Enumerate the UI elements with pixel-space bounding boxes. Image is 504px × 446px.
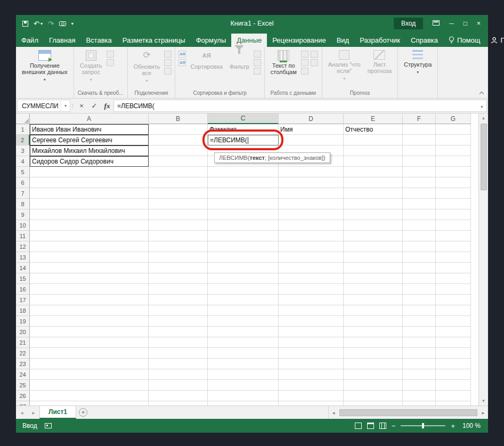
cell-C8[interactable]	[208, 199, 279, 209]
column-header-A[interactable]: A	[30, 113, 149, 124]
cell-F7[interactable]	[403, 188, 436, 199]
cell-G2[interactable]	[436, 135, 471, 145]
cell-F4[interactable]	[403, 156, 436, 167]
cell-A18[interactable]	[30, 305, 149, 316]
cell-A19[interactable]	[30, 316, 149, 327]
sheet-nav-right-icon[interactable]: ▸	[28, 406, 39, 419]
cell-G8[interactable]	[436, 199, 471, 209]
cell-B17[interactable]	[149, 295, 208, 305]
row-header-23[interactable]: 23	[16, 359, 30, 369]
cell-C13[interactable]	[208, 252, 279, 263]
sort-button[interactable]: АЯ Сортировка	[188, 49, 225, 71]
cell-E2[interactable]	[344, 135, 403, 145]
zoom-slider-thumb[interactable]	[422, 423, 424, 428]
cell-D14[interactable]	[279, 263, 344, 273]
row-header-22[interactable]: 22	[16, 348, 30, 359]
cell-C12[interactable]	[208, 241, 279, 252]
cell-G4[interactable]	[436, 156, 471, 167]
cell-E7[interactable]	[344, 188, 403, 199]
close-button[interactable]: ×	[477, 20, 481, 27]
vertical-scroll-thumb[interactable]	[481, 124, 487, 190]
cell-A26[interactable]	[30, 391, 149, 401]
cell-G1[interactable]	[436, 124, 471, 135]
row-header-25[interactable]: 25	[16, 380, 30, 391]
cell-G9[interactable]	[436, 209, 471, 220]
sheet-nav-left-icon[interactable]: ◂	[16, 406, 28, 419]
enter-button[interactable]: ✓	[88, 99, 101, 113]
cell-E3[interactable]	[344, 145, 403, 156]
cell-E8[interactable]	[344, 199, 403, 209]
cell-C20[interactable]	[208, 327, 279, 337]
zoom-out-button[interactable]: −	[392, 422, 396, 430]
row-header-7[interactable]: 7	[16, 188, 30, 199]
cell-B13[interactable]	[149, 252, 208, 263]
row-header-3[interactable]: 3	[16, 145, 30, 156]
cell-C21[interactable]	[208, 337, 279, 348]
row-header-5[interactable]: 5	[16, 167, 30, 177]
cell-C7[interactable]	[208, 188, 279, 199]
cell-C15[interactable]	[208, 273, 279, 284]
cell-B25[interactable]	[149, 380, 208, 391]
cell-G15[interactable]	[436, 273, 471, 284]
cell-E12[interactable]	[344, 241, 403, 252]
row-header-8[interactable]: 8	[16, 199, 30, 209]
sign-in-button[interactable]: Вход	[394, 18, 423, 29]
row-header-10[interactable]: 10	[16, 220, 30, 231]
cell-B19[interactable]	[149, 316, 208, 327]
name-box[interactable]: СУММЕСЛИ ▾	[17, 100, 70, 112]
cell-B27[interactable]	[149, 401, 208, 406]
cell-A3[interactable]: Михайлов Михаил Михайлович	[30, 145, 149, 156]
cell-G25[interactable]	[436, 380, 471, 391]
cell-A17[interactable]	[30, 295, 149, 305]
cell-D27[interactable]	[279, 401, 344, 406]
cell-F19[interactable]	[403, 316, 436, 327]
cell-E27[interactable]	[344, 401, 403, 406]
cell-D2[interactable]	[279, 135, 344, 145]
show-queries-icon[interactable]	[107, 51, 114, 58]
row-header-26[interactable]: 26	[16, 391, 30, 401]
column-header-B[interactable]: B	[149, 113, 208, 124]
tab-page-layout[interactable]: Разметка страницы	[117, 34, 191, 47]
cell-B26[interactable]	[149, 391, 208, 401]
cell-E24[interactable]	[344, 369, 403, 380]
cell-B6[interactable]	[149, 177, 208, 188]
cell-G6[interactable]	[436, 177, 471, 188]
row-header-18[interactable]: 18	[16, 305, 30, 316]
undo-button[interactable]: ↶▾	[34, 20, 43, 28]
cell-A9[interactable]	[30, 209, 149, 220]
cell-F14[interactable]	[403, 263, 436, 273]
consolidate-icon[interactable]	[311, 59, 318, 66]
cell-G7[interactable]	[436, 188, 471, 199]
row-header-6[interactable]: 6	[16, 177, 30, 188]
zoom-in-button[interactable]: +	[451, 422, 455, 430]
cell-F22[interactable]	[403, 348, 436, 359]
cell-F1[interactable]	[403, 124, 436, 135]
ribbon-display-options-button[interactable]	[433, 20, 440, 27]
cell-D20[interactable]	[279, 327, 344, 337]
cell-G18[interactable]	[436, 305, 471, 316]
cell-G16[interactable]	[436, 284, 471, 295]
cell-B22[interactable]	[149, 348, 208, 359]
cell-B1[interactable]	[149, 124, 208, 135]
cell-B12[interactable]	[149, 241, 208, 252]
row-header-16[interactable]: 16	[16, 284, 30, 295]
hscroll-left-icon[interactable]: ◂	[329, 410, 338, 416]
cell-E13[interactable]	[344, 252, 403, 263]
cell-F27[interactable]	[403, 401, 436, 406]
cell-A21[interactable]	[30, 337, 149, 348]
maximize-button[interactable]: □	[464, 20, 467, 27]
horizontal-scrollbar[interactable]: ◂ ▸	[328, 406, 488, 419]
cell-B9[interactable]	[149, 209, 208, 220]
share-button[interactable]: Поделиться	[485, 34, 504, 47]
insert-function-button[interactable]: fx	[101, 99, 113, 113]
cell-C10[interactable]	[208, 220, 279, 231]
cell-D10[interactable]	[279, 220, 344, 231]
cell-B8[interactable]	[149, 199, 208, 209]
tab-file[interactable]: Файл	[16, 34, 44, 47]
cell-F9[interactable]	[403, 209, 436, 220]
cell-E25[interactable]	[344, 380, 403, 391]
cell-D23[interactable]	[279, 359, 344, 369]
cell-B3[interactable]	[149, 145, 208, 156]
cell-G13[interactable]	[436, 252, 471, 263]
cell-C6[interactable]	[208, 177, 279, 188]
